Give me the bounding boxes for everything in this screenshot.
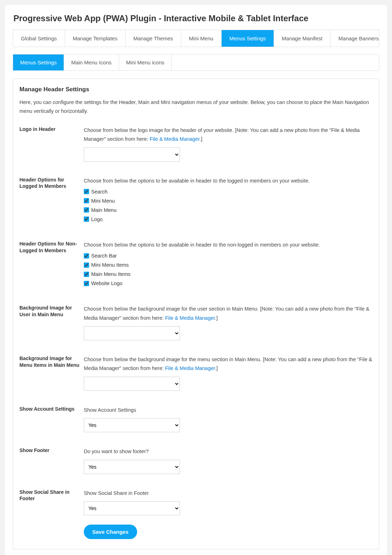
select-show-footer[interactable]: Yes: [84, 460, 180, 474]
select-bg-user[interactable]: [84, 326, 180, 340]
panel-heading: Manage Header Settings: [19, 86, 373, 93]
check-search[interactable]: Search: [84, 189, 373, 195]
page-title: Progressive Web App (PWA) Plugin - Inter…: [13, 13, 379, 23]
label-show-social: Show Social Share in Footer: [19, 489, 84, 502]
row-bg-user: Background Image for User in Main Menu C…: [19, 305, 373, 340]
sub-tabs: Menus Settings Main Menu Icons Mini Menu…: [13, 54, 379, 71]
row-bg-menu: Background Image for Menu Items in Main …: [19, 355, 373, 391]
desc-show-footer: Do you want to show footer?: [84, 447, 373, 456]
check-main-menu[interactable]: Main Menu: [84, 207, 373, 213]
desc-show-social: Show Social Share in Footer: [84, 489, 373, 498]
check-main-menu-items[interactable]: Main Menu Items: [84, 271, 373, 277]
desc-logo-header: Choose from below the logo image for the…: [84, 126, 373, 144]
subtab-menus-settings[interactable]: Menus Settings: [13, 54, 64, 70]
link-file-media-manager-2[interactable]: File & Media Manager: [165, 315, 215, 321]
label-show-account: Show Account Settings: [19, 406, 84, 412]
label-header-logged-in: Header Options for Logged In Members: [19, 177, 84, 190]
checkbox-main-menu-items[interactable]: [84, 272, 89, 277]
tab-global-settings[interactable]: Global Settings: [13, 30, 65, 47]
desc-header-logged-in: Choose from below the options to be avai…: [84, 177, 373, 185]
desc-bg-menu: Choose from below the background image f…: [84, 355, 373, 373]
link-file-media-manager[interactable]: File & Media Manager: [150, 136, 199, 142]
main-tabs: Global Settings Manage Templates Manage …: [13, 30, 379, 47]
row-logo-header: Logo in Header Choose from below the log…: [19, 126, 373, 162]
check-website-logo[interactable]: Website Logo: [84, 281, 373, 286]
select-show-social[interactable]: Yes: [84, 501, 180, 515]
row-show-footer: Show Footer Do you want to show footer? …: [19, 447, 373, 474]
link-file-media-manager-3[interactable]: File & Media Manager: [165, 365, 215, 371]
tab-mini-menu[interactable]: Mini Menu: [181, 30, 222, 47]
panel-intro: Here, you can configure the settings for…: [19, 98, 373, 116]
select-logo-header[interactable]: [84, 148, 180, 162]
settings-card: Progressive Web App (PWA) Plugin - Inter…: [5, 5, 387, 555]
check-logo[interactable]: Logo: [84, 216, 373, 222]
checkbox-search-bar[interactable]: [84, 253, 89, 259]
tab-manage-manifest[interactable]: Manage Manifest: [274, 30, 330, 47]
checkbox-mini-menu[interactable]: [84, 198, 89, 203]
subtab-filler: [172, 54, 379, 70]
label-logo-header: Logo in Header: [19, 126, 84, 133]
row-header-logged-in: Header Options for Logged In Members Cho…: [19, 177, 373, 226]
select-bg-menu[interactable]: [84, 377, 180, 391]
check-mini-menu-items[interactable]: Mini Menu Items: [84, 262, 373, 268]
checkbox-mini-menu-items[interactable]: [84, 262, 89, 268]
tab-manage-themes[interactable]: Manage Themes: [125, 30, 181, 47]
tab-manage-banners[interactable]: Manage Banners: [330, 30, 379, 47]
checkbox-website-logo[interactable]: [84, 281, 89, 286]
tab-menus-settings[interactable]: Menus Settings: [222, 30, 274, 47]
checkbox-search[interactable]: [84, 189, 89, 194]
row-header-non-logged: Header Options for Non-Logged In Members…: [19, 241, 373, 290]
select-show-account[interactable]: Yes: [84, 418, 180, 432]
label-bg-menu: Background Image for Menu Items in Main …: [19, 355, 84, 369]
label-show-footer: Show Footer: [19, 447, 84, 454]
desc-header-non-logged: Choose from below the options to be avai…: [84, 241, 373, 249]
label-bg-user: Background Image for User in Main Menu: [19, 305, 84, 318]
row-show-social: Show Social Share in Footer Show Social …: [19, 489, 373, 515]
row-show-account: Show Account Settings Show Account Setti…: [19, 406, 373, 432]
check-mini-menu[interactable]: Mini Menu: [84, 198, 373, 204]
settings-panel: Manage Header Settings Here, you can con…: [13, 79, 379, 549]
save-button[interactable]: Save Changes: [84, 525, 137, 539]
checkbox-main-menu[interactable]: [84, 207, 89, 213]
label-header-non-logged: Header Options for Non-Logged In Members: [19, 241, 84, 254]
subtab-main-menu-icons[interactable]: Main Menu Icons: [64, 54, 119, 70]
desc-bg-user: Choose from below the background image f…: [84, 305, 373, 323]
desc-show-account: Show Account Settings: [84, 406, 373, 415]
tab-manage-templates[interactable]: Manage Templates: [65, 30, 125, 47]
check-search-bar[interactable]: Search Bar: [84, 253, 373, 259]
checkbox-logo[interactable]: [84, 216, 89, 222]
subtab-mini-menu-icons[interactable]: Mini Menu icons: [119, 54, 172, 70]
